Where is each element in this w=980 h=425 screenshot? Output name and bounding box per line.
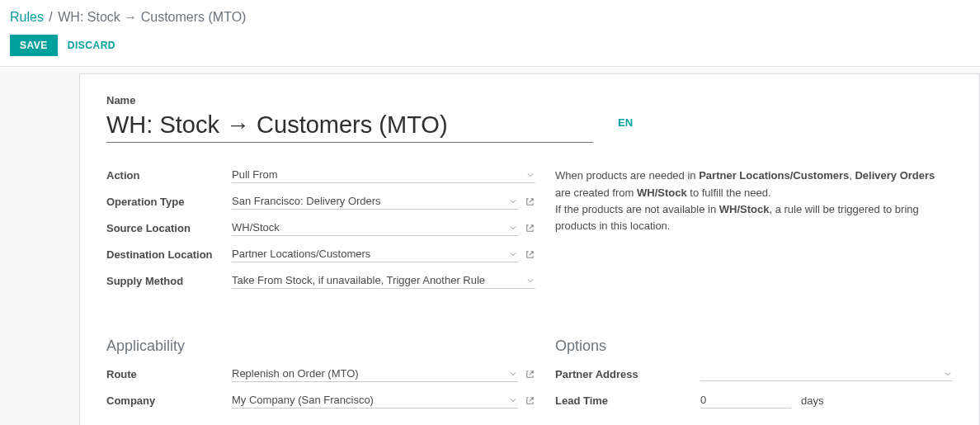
applicability-title: Applicability — [106, 338, 535, 355]
save-button[interactable]: SAVE — [10, 35, 58, 56]
name-input[interactable] — [106, 110, 593, 143]
breadcrumb-sep: / — [47, 10, 54, 24]
supply-method-label: Supply Method — [106, 275, 232, 287]
route-value: Replenish on Order (MTO) — [232, 366, 518, 381]
chevron-down-icon — [945, 371, 951, 377]
lead-time-label: Lead Time — [555, 394, 700, 407]
partner-address-label: Partner Address — [555, 368, 700, 380]
translate-button[interactable]: EN — [618, 116, 633, 129]
company-value: My Company (San Francisco) — [232, 392, 518, 408]
form-sheet: Name EN Action Pull From Operation Type — [79, 73, 980, 425]
destination-location-value: Partner Locations/Customers — [232, 246, 518, 262]
supply-method-select[interactable]: Take From Stock, if unavailable, Trigger… — [232, 272, 535, 289]
action-value: Pull From — [232, 167, 535, 182]
discard-button[interactable]: DISCARD — [68, 40, 115, 51]
destination-location-label: Destination Location — [106, 248, 232, 261]
breadcrumb-current: WH: Stock → Customers (MTO) — [58, 10, 246, 24]
name-label: Name — [106, 94, 953, 106]
company-select[interactable]: My Company (San Francisco) — [232, 392, 518, 408]
partner-address-select[interactable] — [700, 366, 953, 381]
operation-type-value: San Francisco: Delivery Orders — [232, 193, 518, 209]
source-location-label: Source Location — [106, 222, 232, 234]
supply-method-value: Take From Stock, if unavailable, Trigger… — [232, 272, 535, 288]
external-link-icon[interactable] — [525, 223, 535, 234]
external-link-icon[interactable] — [525, 196, 535, 207]
action-select[interactable]: Pull From — [232, 167, 535, 183]
breadcrumb-root[interactable]: Rules — [10, 10, 44, 24]
rule-description: When products are needed in Partner Loca… — [555, 166, 953, 298]
route-label: Route — [106, 368, 232, 380]
lead-time-input[interactable] — [700, 392, 791, 408]
external-link-icon[interactable] — [525, 369, 535, 380]
destination-location-select[interactable]: Partner Locations/Customers — [232, 246, 518, 262]
lead-time-suffix: days — [801, 394, 823, 407]
external-link-icon[interactable] — [525, 249, 535, 260]
breadcrumb: Rules / WH: Stock → Customers (MTO) — [10, 8, 970, 26]
action-label: Action — [106, 169, 232, 182]
operation-type-select[interactable]: San Francisco: Delivery Orders — [232, 193, 518, 210]
route-select[interactable]: Replenish on Order (MTO) — [232, 366, 518, 382]
company-label: Company — [106, 394, 232, 407]
options-title: Options — [555, 338, 953, 355]
operation-type-label: Operation Type — [106, 196, 232, 208]
external-link-icon[interactable] — [525, 395, 535, 406]
source-location-value: WH/Stock — [232, 220, 518, 235]
source-location-select[interactable]: WH/Stock — [232, 220, 518, 236]
